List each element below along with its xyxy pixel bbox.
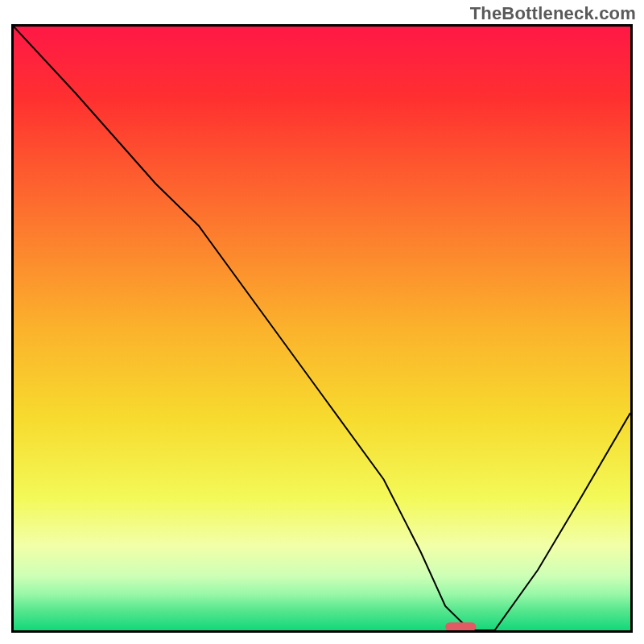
watermark-text: TheBottleneck.com (470, 3, 636, 24)
plot-frame (11, 24, 633, 633)
optimal-point-marker (445, 622, 476, 630)
gradient-background (14, 27, 630, 630)
chart-svg (14, 27, 630, 630)
chart-container: TheBottleneck.com (0, 0, 644, 644)
